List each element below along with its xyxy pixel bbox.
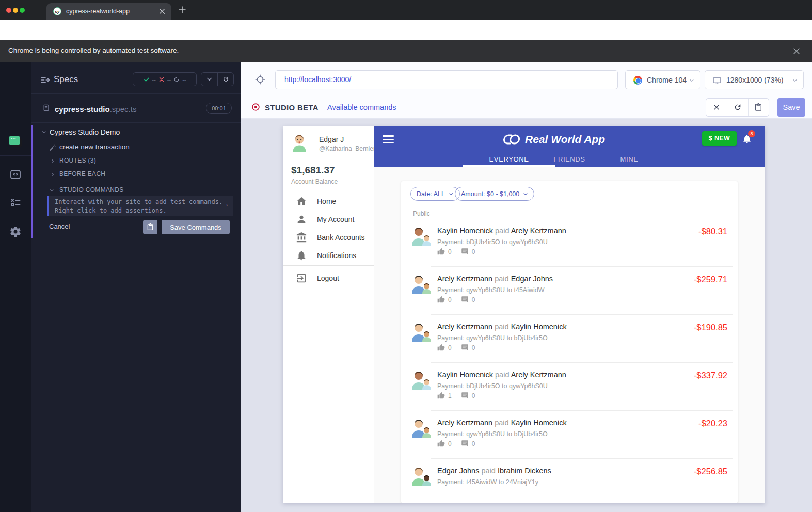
tab-close-icon[interactable] <box>158 7 166 15</box>
transaction-detail: Payment: qywYp6hS0U to bDjUb4ir5O <box>437 334 548 342</box>
transaction-action: paid <box>495 227 511 235</box>
comment-icon[interactable] <box>461 248 469 255</box>
transaction-action: paid <box>481 467 497 475</box>
active-tab-underline <box>463 165 555 167</box>
transaction-title: Kaylin Homenick paid Arely Kertzmann <box>437 227 566 235</box>
thumbs-up-icon[interactable] <box>437 392 445 399</box>
suite-chevron-down-icon[interactable] <box>41 130 46 135</box>
rerun-icon[interactable] <box>217 73 233 86</box>
macos-zoom-button[interactable] <box>20 8 25 13</box>
transaction-action: paid <box>495 275 511 283</box>
app-logo-icon <box>503 133 522 146</box>
new-tab-icon[interactable] <box>178 5 187 14</box>
like-count: 0 <box>448 344 452 351</box>
cancel-button[interactable]: Cancel <box>49 222 70 230</box>
new-transaction-button[interactable]: $ NEW <box>702 131 737 146</box>
aut-url-bar[interactable]: http://localhost:3000/ <box>275 70 618 89</box>
transaction-avatar <box>410 465 431 486</box>
transaction-row[interactable]: Arely Kertzmann paid Kaylin Homenick Pay… <box>401 315 738 363</box>
app-logo[interactable]: Real World App <box>503 133 605 146</box>
browser-select-icon[interactable]: ••• <box>9 136 22 147</box>
comment-icon[interactable] <box>461 440 469 447</box>
hamburger-menu-icon[interactable] <box>383 135 394 143</box>
tab-mine[interactable]: MINE <box>600 153 658 165</box>
transaction-detail: Payment: t45AiwidW to 24VniajY1y <box>437 478 538 486</box>
save-commands-button[interactable]: Save Commands <box>162 220 230 234</box>
viewport-label: 1280x1000 (73%) <box>726 76 784 84</box>
selector-playground-icon[interactable] <box>252 72 268 87</box>
studio-hint-line1: Interact with your site to add test comm… <box>55 198 222 205</box>
transaction-amount: -$259.71 <box>694 275 727 284</box>
thumbs-up-icon[interactable] <box>437 248 445 255</box>
sidebar-item-logout[interactable]: Logout <box>283 271 374 289</box>
sidebar-item-bank-accounts[interactable]: Bank Accounts <box>283 231 374 248</box>
suite-title[interactable]: Cypress Studio Demo <box>50 128 120 136</box>
viewport-selector[interactable]: 1280x1000 (73%) <box>705 70 804 89</box>
like-count: 0 <box>448 248 452 255</box>
browser-selector-chevron-icon <box>689 78 694 83</box>
receiver-name: Arely Kertzmann <box>511 227 566 235</box>
browser-selector[interactable]: Chrome 104 <box>625 70 700 89</box>
studio-chevron-down-icon[interactable] <box>49 188 54 193</box>
transaction-social: 0 0 <box>437 296 481 303</box>
available-commands-link[interactable]: Available commands <box>327 103 396 111</box>
date-filter-chip[interactable]: Date: ALL <box>410 187 460 201</box>
like-count: 0 <box>448 296 452 303</box>
macos-minimize-button[interactable] <box>13 8 18 13</box>
viewport-chevron-icon <box>792 78 798 83</box>
transaction-social: 0 0 <box>437 248 481 255</box>
spec-file-name[interactable]: cypress-studio.spec.ts <box>55 105 136 114</box>
transaction-row[interactable]: Arely Kertzmann paid Kaylin Homenick Pay… <box>401 411 738 459</box>
studio-close-icon[interactable] <box>706 99 727 116</box>
receiver-name: Kaylin Homenick <box>511 323 567 331</box>
thumbs-up-icon[interactable] <box>437 440 445 447</box>
thumbs-up-icon[interactable] <box>437 296 445 303</box>
routes-chevron-right-icon[interactable] <box>50 158 55 164</box>
receiver-name: Edgar Johns <box>511 275 553 283</box>
settings-gear-icon[interactable] <box>9 226 22 238</box>
cypress-icon-rail: ••• ⌘ cy <box>0 62 31 512</box>
beforeeach-chevron-right-icon[interactable] <box>50 172 55 177</box>
passed-count: -- <box>152 76 156 83</box>
transaction-row[interactable]: Arely Kertzmann paid Edgar Johns Payment… <box>401 267 738 315</box>
comment-icon[interactable] <box>461 392 469 399</box>
test-results-icon[interactable] <box>9 197 22 209</box>
macos-close-button[interactable] <box>6 8 11 13</box>
collapse-chevron-icon[interactable] <box>201 73 217 86</box>
amount-filter-chip[interactable]: Amount: $0 - $1,000 <box>455 187 534 201</box>
test-title[interactable]: create new transaction <box>59 143 130 151</box>
sidebar-item-notifications[interactable]: Notifications <box>283 249 374 266</box>
studio-copy-icon[interactable] <box>748 99 769 116</box>
routes-section[interactable]: ROUTES (3) <box>59 157 96 164</box>
browser-tab[interactable]: cy cypress-realworld-app <box>46 3 171 20</box>
studio-restart-icon[interactable] <box>727 99 747 116</box>
specs-explorer-icon[interactable] <box>9 168 22 181</box>
studio-beta-icon <box>251 103 260 111</box>
studio-save-button[interactable]: Save <box>777 98 805 117</box>
transaction-avatar <box>410 273 431 294</box>
copy-commands-button[interactable] <box>143 220 157 234</box>
transaction-title: Arely Kertzmann paid Kaylin Homenick <box>437 419 567 427</box>
logout-icon <box>296 273 307 284</box>
comment-icon[interactable] <box>461 344 469 351</box>
transaction-row[interactable]: Kaylin Homenick paid Arely Kertzmann Pay… <box>401 219 738 267</box>
tab-friends[interactable]: FRIENDS <box>540 153 598 165</box>
transaction-avatar <box>410 417 431 438</box>
transaction-title: Kaylin Homenick paid Arely Kertzmann <box>437 371 566 379</box>
studio-commands-section[interactable]: STUDIO COMMANDS <box>59 186 124 194</box>
transaction-row[interactable]: Kaylin Homenick paid Arely Kertzmann Pay… <box>401 363 738 411</box>
comment-count: 0 <box>472 296 475 303</box>
before-each-section[interactable]: BEFORE EACH <box>59 170 105 178</box>
transactions-card: Date: ALL Amount: $0 - $1,000 Public Kay… <box>401 181 738 503</box>
banner-close-icon[interactable] <box>792 46 801 56</box>
sidebar-item-home[interactable]: Home <box>283 195 374 212</box>
sender-name: Arely Kertzmann <box>437 419 492 427</box>
spec-file-icon <box>42 103 50 113</box>
sidebar-item-my-account[interactable]: My Account <box>283 213 374 230</box>
thumbs-up-icon[interactable] <box>437 344 445 351</box>
failed-x-icon <box>158 76 165 83</box>
transaction-avatar <box>410 225 431 246</box>
transaction-row[interactable]: Edgar Johns paid Ibrahim Dickens Payment… <box>401 459 738 503</box>
specs-list-icon[interactable] <box>40 75 51 85</box>
comment-icon[interactable] <box>461 296 469 303</box>
